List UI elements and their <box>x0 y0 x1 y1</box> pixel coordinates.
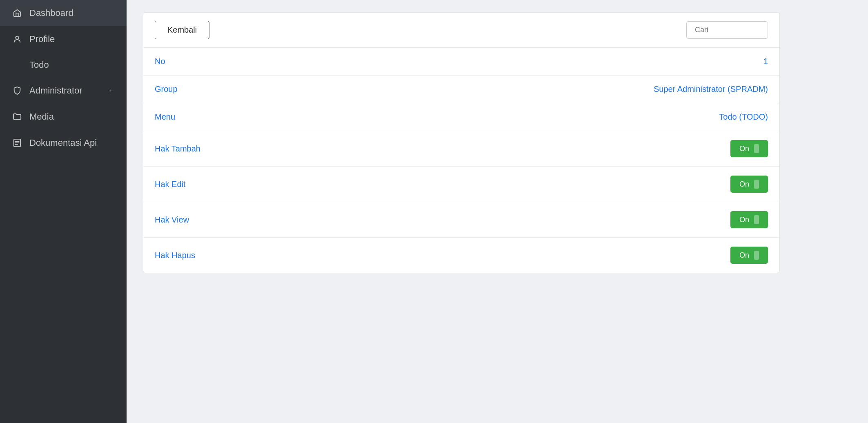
sidebar-item-profile[interactable]: Profile <box>0 26 127 52</box>
row-no-value: 1 <box>763 57 768 66</box>
detail-card: Kembali No 1 Group Super Administrator (… <box>143 12 780 273</box>
sidebar-item-todo-label: Todo <box>29 60 115 70</box>
hak-view-toggle[interactable]: On <box>730 211 768 228</box>
sidebar-item-administrator-label: Administrator <box>29 85 101 96</box>
book-icon <box>11 137 23 149</box>
row-menu-value: Todo (TODO) <box>719 112 768 122</box>
row-group: Group Super Administrator (SPRADM) <box>143 76 779 103</box>
sidebar-item-media-label: Media <box>29 111 115 122</box>
row-hak-hapus: Hak Hapus On <box>143 238 779 273</box>
hak-tambah-toggle[interactable]: On <box>730 140 768 157</box>
sidebar-item-dokumentasi-api-label: Dokumentasi Api <box>29 138 115 148</box>
row-hak-hapus-label: Hak Hapus <box>155 251 195 260</box>
folder-icon <box>11 111 23 122</box>
back-arrow-icon: ← <box>108 87 115 95</box>
row-hak-tambah: Hak Tambah On <box>143 131 779 167</box>
row-no: No 1 <box>143 48 779 76</box>
svg-point-0 <box>16 36 18 39</box>
row-menu: Menu Todo (TODO) <box>143 103 779 131</box>
row-menu-label: Menu <box>155 112 175 122</box>
search-input[interactable] <box>686 21 768 39</box>
card-toolbar: Kembali <box>143 13 779 48</box>
hak-hapus-toggle[interactable]: On <box>730 247 768 264</box>
row-hak-edit: Hak Edit On <box>143 167 779 202</box>
sidebar-item-dokumentasi-api[interactable]: Dokumentasi Api <box>0 130 127 156</box>
sidebar-item-administrator[interactable]: Administrator ← <box>0 78 127 104</box>
sidebar-item-media[interactable]: Media <box>0 104 127 130</box>
sidebar-item-dashboard-label: Dashboard <box>29 8 115 18</box>
main-content: Kembali No 1 Group Super Administrator (… <box>127 0 868 423</box>
row-group-value: Super Administrator (SPRADM) <box>654 85 768 94</box>
user-icon <box>11 33 23 45</box>
hak-edit-toggle[interactable]: On <box>730 176 768 193</box>
sidebar-item-profile-label: Profile <box>29 34 115 45</box>
shield-icon <box>11 85 23 96</box>
row-hak-view-label: Hak View <box>155 215 189 225</box>
row-group-label: Group <box>155 85 178 94</box>
sidebar-item-dashboard[interactable]: Dashboard <box>0 0 127 26</box>
kembali-button[interactable]: Kembali <box>155 21 209 39</box>
row-hak-edit-label: Hak Edit <box>155 180 186 189</box>
sidebar-item-todo[interactable]: Todo <box>0 52 127 78</box>
row-hak-view: Hak View On <box>143 202 779 238</box>
row-hak-tambah-label: Hak Tambah <box>155 144 200 154</box>
home-icon <box>11 7 23 19</box>
sidebar: Dashboard Profile Todo Administrator ← M… <box>0 0 127 423</box>
row-no-label: No <box>155 57 165 66</box>
